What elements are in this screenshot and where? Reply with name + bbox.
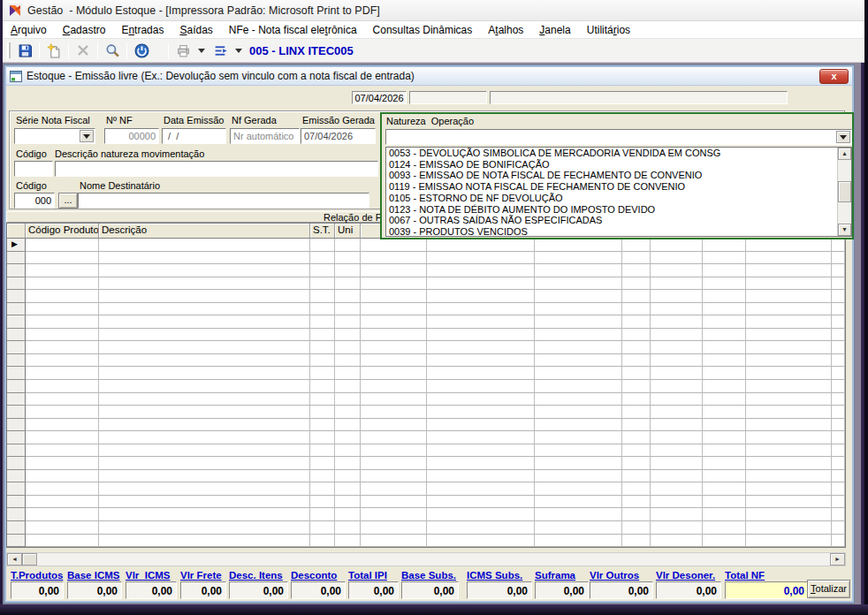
grid-cell[interactable] bbox=[335, 482, 361, 496]
print-dropdown-arrow-icon[interactable] bbox=[198, 49, 205, 53]
grid-cell[interactable] bbox=[99, 239, 310, 252]
grid-cell[interactable] bbox=[310, 303, 335, 316]
grid-row[interactable] bbox=[7, 419, 845, 432]
grid-cell[interactable] bbox=[335, 521, 361, 535]
grid-cell[interactable] bbox=[703, 406, 746, 419]
menu-item[interactable]: Utilitários bbox=[579, 22, 638, 38]
grid-cell[interactable] bbox=[535, 470, 622, 483]
natureza-combobox[interactable] bbox=[385, 129, 852, 145]
grid-header-cell[interactable]: S.T. bbox=[310, 224, 335, 239]
grid-header-cell[interactable]: Código Produto bbox=[26, 224, 99, 239]
grid-cell[interactable] bbox=[746, 444, 832, 458]
grid-cell[interactable] bbox=[746, 521, 832, 535]
grid-cell[interactable] bbox=[832, 470, 845, 483]
grid-cell[interactable] bbox=[703, 354, 746, 368]
grid-cell[interactable] bbox=[746, 457, 832, 470]
grid-cell[interactable] bbox=[832, 457, 845, 470]
menu-item[interactable]: NFe - Nota fiscal eletrônica bbox=[221, 22, 365, 38]
grid-cell[interactable] bbox=[622, 535, 651, 548]
grid-cell[interactable] bbox=[361, 470, 427, 483]
grid-cell[interactable] bbox=[26, 329, 99, 342]
grid-cell[interactable] bbox=[361, 535, 427, 548]
grid-cell[interactable] bbox=[361, 508, 427, 521]
grid-cell[interactable] bbox=[361, 277, 427, 291]
grid-cell[interactable] bbox=[651, 419, 703, 432]
nf-number-field[interactable]: 00000 bbox=[104, 128, 159, 144]
serie-combobox[interactable]: NFE - 3 bbox=[14, 128, 95, 144]
grid-cell[interactable] bbox=[651, 239, 703, 252]
grid-cell[interactable] bbox=[535, 535, 622, 548]
nf-gerada-field[interactable]: Nr automático bbox=[230, 128, 300, 144]
grid-cell[interactable] bbox=[310, 290, 335, 303]
grid-cell[interactable] bbox=[832, 393, 845, 406]
natureza-option[interactable]: 0119 - EMISSAO NOTA FISCAL DE FECHAMENTO… bbox=[386, 181, 837, 193]
grid-cell[interactable] bbox=[427, 444, 535, 458]
natureza-option[interactable]: 0105 - ESTORNO DE NF DEVOLUÇÃO bbox=[386, 193, 837, 204]
grid-cell[interactable] bbox=[361, 444, 427, 458]
grid-cell[interactable] bbox=[535, 239, 622, 252]
grid-cell[interactable] bbox=[703, 508, 746, 521]
grid-cell[interactable] bbox=[535, 508, 622, 521]
grid-cell[interactable] bbox=[746, 252, 832, 265]
grid-cell[interactable] bbox=[832, 341, 845, 354]
grid-cell[interactable] bbox=[26, 393, 99, 406]
grid-cell[interactable] bbox=[335, 239, 361, 252]
grid-cell[interactable] bbox=[746, 470, 832, 483]
grid-cell[interactable] bbox=[651, 508, 703, 521]
grid-cell[interactable] bbox=[427, 393, 535, 406]
grid-cell[interactable] bbox=[335, 277, 361, 291]
grid-cell[interactable] bbox=[832, 419, 845, 432]
scroll-right-icon[interactable]: ► bbox=[830, 553, 845, 566]
grid-cell[interactable] bbox=[427, 496, 535, 509]
grid-header-cell[interactable]: Descrição bbox=[99, 224, 310, 239]
grid-cell[interactable] bbox=[26, 406, 99, 419]
grid-cell[interactable] bbox=[622, 393, 651, 406]
grid-cell[interactable] bbox=[535, 329, 622, 342]
grid-cell[interactable] bbox=[651, 264, 703, 277]
data-emissao-field[interactable]: / / bbox=[162, 128, 226, 144]
grid-cell[interactable] bbox=[832, 239, 845, 252]
grid-header-cell[interactable]: Uni bbox=[335, 224, 361, 239]
grid-cell[interactable] bbox=[622, 367, 651, 380]
grid-cell[interactable] bbox=[335, 290, 361, 303]
grid-cell[interactable] bbox=[651, 290, 703, 303]
grid-cell[interactable] bbox=[427, 367, 535, 380]
grid-cell[interactable] bbox=[26, 341, 99, 354]
grid-cell[interactable] bbox=[535, 496, 622, 509]
grid-cell[interactable] bbox=[26, 496, 99, 509]
grid-cell[interactable] bbox=[535, 482, 622, 496]
grid-cell[interactable] bbox=[361, 239, 427, 252]
grid-cell[interactable] bbox=[361, 419, 427, 432]
grid-cell[interactable] bbox=[703, 252, 746, 265]
grid-cell[interactable] bbox=[26, 367, 99, 380]
grid-cell[interactable] bbox=[310, 470, 335, 483]
grid-cell[interactable] bbox=[651, 341, 703, 354]
grid-cell[interactable] bbox=[703, 521, 746, 535]
grid-cell[interactable] bbox=[427, 277, 535, 291]
grid-cell[interactable] bbox=[310, 496, 335, 509]
grid-cell[interactable] bbox=[622, 264, 651, 277]
grid-hscrollbar[interactable]: ◄ ► bbox=[6, 552, 846, 566]
grid-cell[interactable] bbox=[310, 508, 335, 521]
emissao-gerada-field[interactable]: 07/04/2026 bbox=[301, 128, 376, 144]
grid-cell[interactable] bbox=[622, 496, 651, 509]
grid-cell[interactable] bbox=[26, 535, 99, 548]
grid-cell[interactable] bbox=[361, 303, 427, 316]
grid-cell[interactable] bbox=[310, 315, 335, 329]
grid-row[interactable] bbox=[7, 393, 845, 406]
grid-cell[interactable] bbox=[99, 290, 310, 303]
grid-cell[interactable] bbox=[535, 380, 622, 393]
grid-cell[interactable] bbox=[310, 341, 335, 354]
grid-row[interactable] bbox=[7, 252, 845, 265]
menu-item[interactable]: Entradas bbox=[113, 22, 171, 38]
grid-cell[interactable] bbox=[746, 329, 832, 342]
grid-cell[interactable] bbox=[651, 457, 703, 470]
grid-cell[interactable] bbox=[746, 482, 832, 496]
grid-cell[interactable] bbox=[361, 496, 427, 509]
scroll-left-icon[interactable]: ◄ bbox=[7, 553, 22, 566]
grid-cell[interactable] bbox=[335, 419, 361, 432]
grid-cell[interactable] bbox=[703, 470, 746, 483]
grid-row[interactable] bbox=[7, 380, 845, 393]
grid-cell[interactable] bbox=[832, 535, 845, 548]
grid-cell[interactable] bbox=[99, 508, 310, 521]
